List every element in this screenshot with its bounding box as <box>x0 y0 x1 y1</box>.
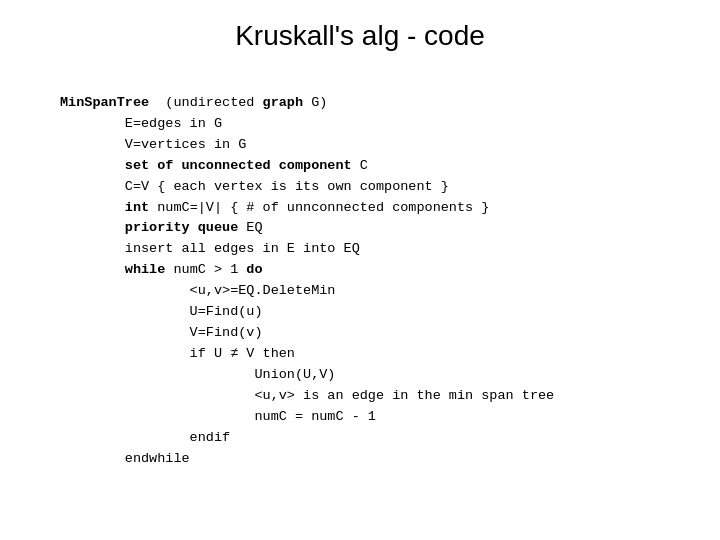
code-line-13: if U ≠ V then <box>60 346 295 361</box>
code-line-15: <u,v> is an edge in the min span tree <box>60 388 554 403</box>
code-line-2: E=edges in G <box>60 116 222 131</box>
code-line-12: V=Find(v) <box>60 325 263 340</box>
code-line-1: MinSpanTree (undirected graph G) <box>60 95 327 110</box>
code-line-3: V=vertices in G <box>60 137 246 152</box>
code-line-8: insert all edges in E into EQ <box>60 241 360 256</box>
page-title: Kruskall's alg - code <box>235 20 485 52</box>
code-line-7: priority queue EQ <box>60 220 263 235</box>
code-line-17: endif <box>60 430 230 445</box>
code-line-16: numC = numC - 1 <box>60 409 376 424</box>
code-block: MinSpanTree (undirected graph G) E=edges… <box>60 72 554 470</box>
code-line-11: U=Find(u) <box>60 304 263 319</box>
code-line-9: while numC > 1 do <box>60 262 263 277</box>
code-line-18: endwhile <box>60 451 190 466</box>
code-line-14: Union(U,V) <box>60 367 335 382</box>
code-line-6: int numC=|V| { # of unnconnected compone… <box>60 200 489 215</box>
code-line-4: set of unconnected component C <box>60 158 368 173</box>
code-line-10: <u,v>=EQ.DeleteMin <box>60 283 335 298</box>
code-line-5: C=V { each vertex is its own component } <box>60 179 449 194</box>
